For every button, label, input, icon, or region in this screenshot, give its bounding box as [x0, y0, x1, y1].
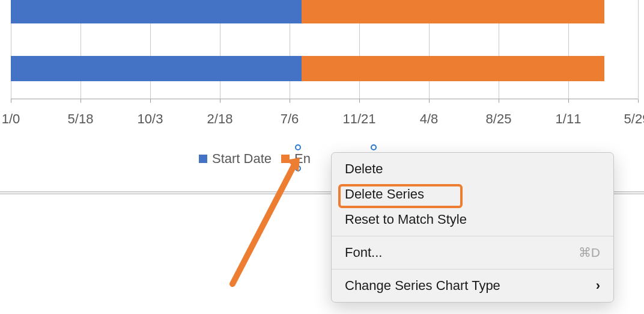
menu-item-label: Change Series Chart Type	[345, 278, 500, 294]
legend-label: En	[294, 151, 311, 167]
x-tick-label: 1/11	[556, 111, 582, 127]
menu-item-delete[interactable]: Delete	[332, 156, 613, 182]
svg-line-1	[232, 164, 295, 284]
menu-item-label: Font...	[345, 245, 382, 260]
context-menu: Delete Delete Series Reset to Match Styl…	[331, 152, 614, 303]
bar-segment-end-date[interactable]	[302, 0, 604, 23]
menu-item-label: Reset to Match Style	[345, 212, 467, 227]
chart-legend[interactable]: Start Date En	[199, 150, 311, 167]
selection-handle[interactable]	[295, 144, 301, 150]
legend-item-end-date[interactable]: En	[281, 151, 311, 167]
x-tick-label: 2/18	[207, 111, 233, 127]
menu-item-font[interactable]: Font... ⌘D	[332, 240, 613, 265]
x-tick-label: 5/18	[68, 111, 94, 127]
bar-segment-end-date[interactable]	[302, 56, 604, 81]
bar-segment-start-date[interactable]	[11, 0, 302, 23]
menu-item-reset-to-match-style[interactable]: Reset to Match Style	[332, 207, 613, 232]
selection-handle[interactable]	[371, 144, 377, 150]
bar-row[interactable]	[11, 0, 604, 23]
annotation-arrow-icon	[226, 158, 311, 290]
x-tick-label: 4/8	[420, 111, 439, 127]
chevron-right-icon: ›	[596, 278, 600, 294]
menu-item-shortcut: ⌘D	[579, 245, 600, 260]
x-tick-label: 1/0	[2, 111, 20, 127]
bar-row[interactable]	[11, 56, 604, 81]
menu-separator	[332, 269, 613, 269]
menu-separator	[332, 236, 613, 236]
menu-item-delete-series[interactable]: Delete Series	[332, 182, 613, 207]
menu-item-change-series-chart-type[interactable]: Change Series Chart Type ›	[332, 273, 613, 298]
selection-handle[interactable]	[295, 165, 301, 171]
legend-item-start-date[interactable]: Start Date	[199, 151, 272, 167]
x-tick-label: 7/6	[281, 111, 299, 127]
chart-x-axis: 1/0 5/18 10/3 2/18 7/6 11/21 4/8 8/25 1/…	[0, 111, 644, 129]
x-tick-label: 10/3	[138, 111, 163, 127]
x-tick-label: 5/29	[624, 111, 644, 127]
bar-segment-start-date[interactable]	[11, 56, 302, 81]
legend-swatch-blue	[199, 155, 207, 163]
chart-plot-area[interactable]	[11, 0, 638, 99]
x-tick-label: 8/25	[486, 111, 512, 127]
x-tick-label: 11/21	[342, 111, 375, 127]
legend-label: Start Date	[212, 151, 272, 167]
menu-item-label: Delete Series	[345, 186, 424, 202]
menu-item-label: Delete	[345, 161, 383, 177]
legend-swatch-orange	[281, 155, 290, 163]
